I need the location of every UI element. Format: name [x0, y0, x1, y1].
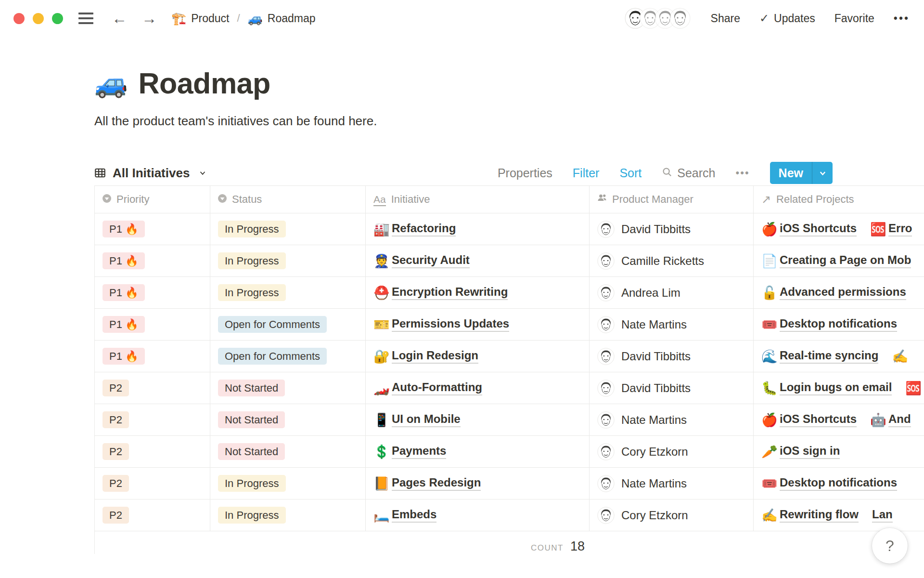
minimize-window-button[interactable] [33, 13, 44, 24]
priority-cell[interactable]: P2 [95, 468, 210, 499]
status-cell[interactable]: In Progress [210, 277, 366, 308]
share-button[interactable]: Share [711, 12, 740, 25]
initiative-cell[interactable]: 🏭Refactoring [366, 213, 590, 245]
initiative-cell[interactable]: 👮Security Audit [366, 245, 590, 276]
related-project-item[interactable]: ✍️ [892, 349, 910, 364]
related-project-link[interactable]: Advanced permissions [780, 285, 906, 300]
zoom-window-button[interactable] [52, 13, 63, 24]
related-projects-cell[interactable]: 🎟️Desktop notifications [754, 468, 924, 499]
initiative-link[interactable]: Embeds [392, 508, 436, 523]
new-button[interactable]: New [770, 162, 833, 184]
status-cell[interactable]: In Progress [210, 213, 366, 245]
priority-cell[interactable]: P2 [95, 499, 210, 531]
status-cell[interactable]: Open for Comments [210, 309, 366, 340]
new-chevron-down-icon[interactable] [812, 162, 833, 184]
initiative-cell[interactable]: 🏎️Auto-Formatting [366, 372, 590, 404]
related-project-item[interactable]: 🎟️Desktop notifications [761, 476, 897, 491]
page-icon-car[interactable]: 🚙 [94, 67, 128, 99]
initiative-cell[interactable]: 🎫Permissions Updates [366, 309, 590, 340]
product-manager-cell[interactable]: Cory Etzkorn [590, 436, 754, 467]
related-project-link[interactable]: Login bugs on email [780, 381, 892, 395]
related-project-link[interactable]: Creating a Page on Mob [780, 253, 911, 268]
related-project-item[interactable]: 📄Creating a Page on Mob [761, 253, 911, 269]
column-header-initiative[interactable]: AaInitiative [366, 186, 590, 213]
close-window-button[interactable] [13, 13, 25, 24]
related-project-link[interactable]: iOS sign in [780, 444, 840, 459]
initiative-link[interactable]: Payments [392, 444, 446, 459]
related-projects-cell[interactable]: ✍️Rewriting flowLan [754, 499, 924, 531]
initiative-cell[interactable]: 📙Pages Redesign [366, 468, 590, 499]
status-cell[interactable]: Not Started [210, 404, 366, 435]
sidebar-toggle-icon[interactable] [78, 13, 93, 24]
related-project-item[interactable]: 🍎iOS Shortcuts [761, 412, 857, 428]
filter-button[interactable]: Filter [573, 166, 600, 180]
status-cell[interactable]: In Progress [210, 499, 366, 531]
view-more-options-icon[interactable]: ••• [735, 167, 749, 179]
related-project-item[interactable]: 🌊Real-time syncing [761, 349, 878, 364]
product-manager-cell[interactable]: David Tibbitts [590, 341, 754, 372]
product-manager-cell[interactable]: Cory Etzkorn [590, 499, 754, 531]
related-project-link[interactable]: Desktop notifications [780, 317, 897, 332]
sort-button[interactable]: Sort [619, 166, 642, 180]
initiative-cell[interactable]: 💲Payments [366, 436, 590, 467]
product-manager-cell[interactable]: Nate Martins [590, 404, 754, 435]
priority-cell[interactable]: P2 [95, 372, 210, 404]
status-cell[interactable]: Not Started [210, 372, 366, 404]
initiative-link[interactable]: Login Redesign [392, 349, 478, 364]
more-options-icon[interactable]: ••• [894, 12, 910, 25]
help-button[interactable]: ? [872, 528, 908, 564]
product-manager-cell[interactable]: David Tibbitts [590, 213, 754, 245]
priority-cell[interactable]: P2 [95, 404, 210, 435]
initiative-link[interactable]: Auto-Formatting [392, 381, 482, 395]
breadcrumb-item-roadmap[interactable]: 🚙 Roadmap [248, 12, 316, 26]
related-projects-cell[interactable]: 🎟️Desktop notifications [754, 309, 924, 340]
related-projects-cell[interactable]: 🔓Advanced permissions [754, 277, 924, 308]
priority-cell[interactable]: P1 🔥 [95, 277, 210, 308]
priority-cell[interactable]: P2 [95, 436, 210, 467]
updates-button[interactable]: ✓ Updates [759, 12, 815, 25]
related-project-link[interactable]: Real-time syncing [780, 349, 878, 364]
initiative-link[interactable]: Encryption Rewriting [392, 285, 508, 300]
related-project-item[interactable]: 🐛Login bugs on email [761, 381, 892, 396]
initiative-cell[interactable]: 🔐Login Redesign [366, 341, 590, 372]
related-project-link[interactable]: And [888, 412, 911, 427]
related-projects-cell[interactable]: 🍎iOS Shortcuts🆘Erro [754, 213, 924, 245]
priority-cell[interactable]: P1 🔥 [95, 245, 210, 276]
related-projects-cell[interactable]: 🌊Real-time syncing✍️ [754, 341, 924, 372]
related-projects-cell[interactable]: 📄Creating a Page on Mob [754, 245, 924, 276]
column-header-priority[interactable]: Priority [95, 186, 210, 213]
initiative-link[interactable]: Security Audit [392, 253, 470, 268]
related-project-item[interactable]: 🎟️Desktop notifications [761, 317, 897, 332]
status-cell[interactable]: In Progress [210, 245, 366, 276]
product-manager-cell[interactable]: Nate Martins [590, 468, 754, 499]
related-projects-cell[interactable]: 🍎iOS Shortcuts🤖And [754, 404, 924, 435]
related-project-link[interactable]: iOS Shortcuts [780, 222, 857, 236]
related-projects-cell[interactable]: 🥕iOS sign in [754, 436, 924, 467]
related-project-link[interactable]: Erro [888, 222, 912, 236]
related-project-item[interactable]: 🤖And [870, 412, 911, 428]
related-projects-cell[interactable]: 🐛Login bugs on email🆘 [754, 372, 924, 404]
search-button[interactable]: Search [662, 166, 715, 180]
related-project-link[interactable]: Rewriting flow [780, 508, 859, 523]
related-project-item[interactable]: 🔓Advanced permissions [761, 285, 906, 301]
related-project-item[interactable]: 🍎iOS Shortcuts [761, 222, 857, 237]
status-cell[interactable]: Not Started [210, 436, 366, 467]
initiative-cell[interactable]: ⛑️Encryption Rewriting [366, 277, 590, 308]
product-manager-cell[interactable]: David Tibbitts [590, 372, 754, 404]
product-manager-cell[interactable]: Andrea Lim [590, 277, 754, 308]
properties-button[interactable]: Properties [498, 166, 552, 180]
initiative-cell[interactable]: 📱UI on Mobile [366, 404, 590, 435]
breadcrumb-item-product[interactable]: 🏗️ Product [171, 12, 229, 26]
related-project-item[interactable]: ✍️Rewriting flow [761, 508, 859, 523]
forward-button[interactable]: → [141, 11, 157, 26]
related-project-item[interactable]: 🆘Erro [870, 222, 912, 237]
status-cell[interactable]: In Progress [210, 468, 366, 499]
priority-cell[interactable]: P1 🔥 [95, 341, 210, 372]
column-header-pm[interactable]: Product Manager [590, 186, 754, 213]
related-project-link[interactable]: iOS Shortcuts [780, 412, 857, 427]
initiative-link[interactable]: Refactoring [392, 222, 456, 236]
initiative-link[interactable]: Pages Redesign [392, 476, 481, 491]
initiative-link[interactable]: UI on Mobile [392, 412, 461, 427]
favorite-button[interactable]: Favorite [834, 12, 874, 25]
back-button[interactable]: ← [112, 11, 127, 26]
